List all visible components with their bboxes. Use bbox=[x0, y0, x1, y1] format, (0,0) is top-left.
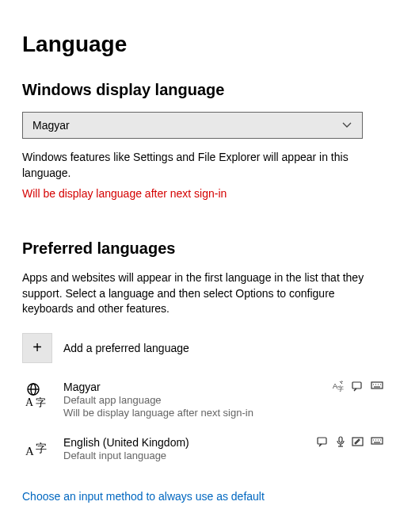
svg-rect-21 bbox=[371, 438, 383, 444]
language-pack-icon: A 字 bbox=[22, 436, 52, 466]
language-subtitle-2: Will be display language after next sign… bbox=[63, 407, 387, 419]
svg-rect-17 bbox=[339, 437, 342, 442]
display-pack-icon: A 字 bbox=[333, 381, 345, 392]
preferred-languages-description: Apps and websites will appear in the fir… bbox=[22, 270, 379, 317]
display-language-notice: Will be display language after next sign… bbox=[22, 187, 397, 200]
language-pack-globe-icon: A 字 bbox=[22, 381, 52, 411]
display-language-description: Windows features like Settings and File … bbox=[22, 150, 379, 181]
preferred-languages-heading: Preferred languages bbox=[22, 239, 397, 258]
chevron-down-icon bbox=[341, 120, 352, 131]
language-subtitle: Default app language bbox=[63, 394, 387, 406]
svg-text:字: 字 bbox=[36, 396, 46, 408]
svg-rect-8 bbox=[371, 382, 383, 388]
svg-text:A: A bbox=[25, 445, 34, 457]
display-language-heading: Windows display language bbox=[22, 81, 397, 99]
tts-icon bbox=[352, 381, 364, 392]
page-title: Language bbox=[22, 32, 397, 57]
display-language-value: Magyar bbox=[32, 119, 70, 132]
display-language-select[interactable]: Magyar bbox=[22, 112, 363, 139]
svg-text:字: 字 bbox=[36, 442, 47, 454]
choose-input-method-link[interactable]: Choose an input method to always use as … bbox=[22, 490, 265, 503]
plus-icon: + bbox=[22, 333, 52, 363]
svg-rect-7 bbox=[352, 382, 361, 388]
language-item[interactable]: A 字 English (United Kingdom) Default inp… bbox=[22, 436, 387, 466]
language-subtitle: Default input language bbox=[63, 450, 387, 461]
language-item[interactable]: A 字 Magyar Default app language Will be … bbox=[22, 381, 387, 419]
svg-text:A: A bbox=[25, 396, 34, 408]
handwriting-icon bbox=[352, 436, 364, 447]
svg-text:字: 字 bbox=[337, 385, 344, 392]
tts-icon bbox=[317, 436, 329, 447]
add-language-label: Add a preferred language bbox=[63, 342, 189, 354]
speech-icon bbox=[336, 436, 345, 447]
svg-rect-16 bbox=[318, 438, 326, 444]
keyboard-icon bbox=[371, 436, 383, 447]
add-language-button[interactable]: + Add a preferred language bbox=[22, 333, 189, 363]
keyboard-icon bbox=[371, 381, 383, 392]
